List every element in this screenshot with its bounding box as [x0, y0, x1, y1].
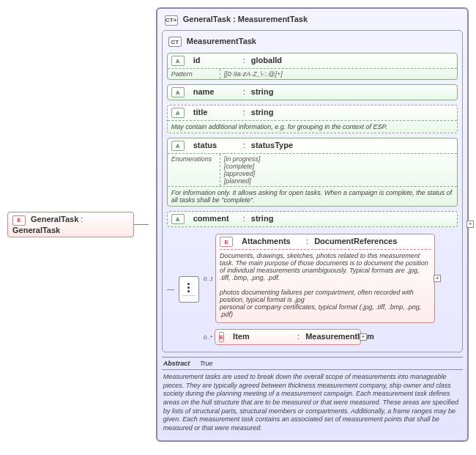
- attr-badge: A: [171, 108, 185, 118]
- attr-status[interactable]: A status : statusType Enumerations [in p…: [167, 138, 458, 207]
- attr-name: name: [193, 87, 237, 97]
- expand-icon[interactable]: +: [434, 275, 441, 282]
- long-description: Measurement tasks are used to break down…: [162, 369, 463, 436]
- attr-badge: A: [171, 141, 185, 151]
- colon: :: [243, 56, 245, 66]
- ct-ext-badge: CT+: [165, 15, 178, 26]
- root-element[interactable]: E GeneralTask : GeneralTask: [7, 212, 134, 237]
- attr-comment[interactable]: A comment : string: [167, 211, 458, 227]
- colon: :: [243, 141, 245, 151]
- elem-item[interactable]: E Item : MeasurementItem +: [215, 329, 361, 345]
- pattern-label: Pattern: [168, 69, 220, 79]
- ct-badge: CT: [168, 37, 182, 47]
- pattern-value: [[0-9a-zA-Z_\-:.@]+]: [220, 69, 457, 79]
- attr-desc: May contain additional information, e.g.…: [168, 120, 457, 133]
- root-name: GeneralTask: [31, 215, 78, 223]
- expand-icon[interactable]: +: [360, 333, 367, 341]
- attr-name-field[interactable]: A name : string: [167, 84, 458, 100]
- inner-complextype[interactable]: CT MeasurementTask A id : globalId Patte…: [162, 30, 463, 353]
- element-badge: E: [12, 215, 26, 226]
- attr-name: comment: [193, 214, 237, 224]
- colon: :: [297, 332, 300, 342]
- enum-label: Enumerations: [168, 154, 220, 186]
- attr-id[interactable]: A id : globalId Pattern [[0-9a-zA-Z_\-:.…: [167, 53, 458, 80]
- element-badge: E: [219, 332, 224, 342]
- schema-diagram: E GeneralTask : GeneralTask CT+ GeneralT…: [7, 7, 469, 442]
- abstract-label: Abstract: [163, 360, 200, 367]
- expand-icon[interactable]: +: [466, 221, 474, 228]
- ct-header-type: MeasurementTask: [238, 15, 308, 23]
- attr-badge: A: [171, 214, 185, 224]
- colon: :: [306, 237, 308, 247]
- attr-type: globalId: [251, 56, 282, 66]
- connector: [134, 224, 148, 225]
- elem-desc: Documents, drawings, sketches, photos re…: [220, 249, 431, 320]
- colon: :: [243, 108, 245, 118]
- attr-badge: A: [171, 56, 185, 66]
- cardinality: 0..*: [204, 334, 212, 341]
- attr-type: string: [251, 87, 274, 97]
- abstract-value: True: [200, 360, 213, 367]
- root-type: GeneralTask: [12, 226, 60, 234]
- elem-name: Attachments: [242, 237, 300, 247]
- attr-title[interactable]: A title : string May contain additional …: [167, 105, 458, 133]
- sequence-icon[interactable]: [179, 276, 199, 303]
- attr-type: string: [251, 214, 274, 224]
- inner-ct-name: MeasurementTask: [187, 37, 256, 45]
- attr-badge: A: [171, 87, 185, 97]
- attr-name: status: [193, 141, 237, 151]
- elem-type: DocumentReferences: [314, 237, 397, 247]
- attr-name: title: [193, 108, 237, 118]
- colon: :: [233, 15, 238, 23]
- sequence-compositor: 0..1 E Attachments : DocumentReferences …: [167, 232, 458, 347]
- element-badge: E: [220, 237, 233, 247]
- colon: :: [243, 87, 245, 97]
- colon: :: [81, 215, 83, 223]
- colon: :: [243, 214, 245, 224]
- cardinality: 0..1: [204, 275, 213, 282]
- connector: [167, 289, 174, 290]
- attr-type: statusType: [251, 141, 293, 151]
- ct-header-name: GeneralTask: [183, 15, 231, 23]
- attr-type: string: [251, 108, 274, 118]
- complextype-extension[interactable]: CT+ GeneralTask : MeasurementTask CT Mea…: [156, 7, 469, 442]
- elem-name: Item: [233, 332, 291, 342]
- enum-values: [in progress] [complete] [approved] [pla…: [220, 154, 457, 186]
- elem-attachments[interactable]: E Attachments : DocumentReferences Docum…: [215, 234, 435, 323]
- attr-name: id: [193, 56, 237, 66]
- abstract-row: Abstract True: [162, 357, 463, 369]
- attr-desc: For information only. It allows asking f…: [168, 186, 457, 206]
